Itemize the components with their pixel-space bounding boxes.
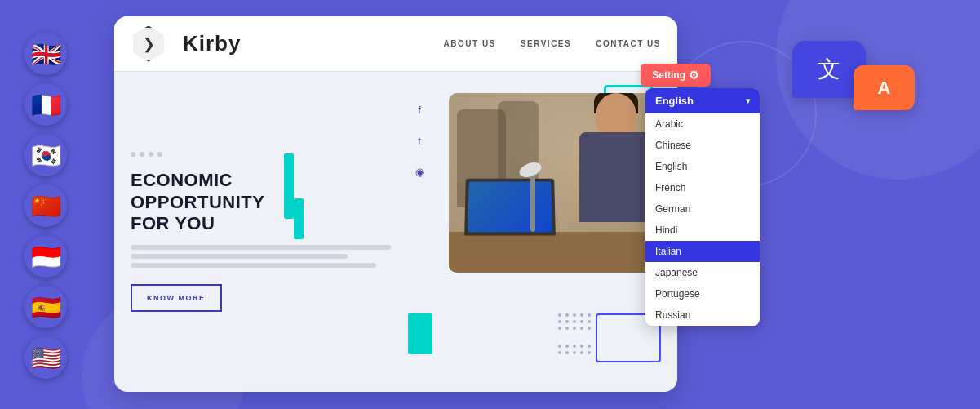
dot-grid-1 [558, 313, 592, 330]
hero-image-area [432, 85, 661, 379]
lang-russian[interactable]: Russian [645, 305, 760, 326]
dropdown-selected[interactable]: English ▾ [645, 88, 760, 113]
dot-3 [149, 152, 153, 157]
card-hero: ECONOMIC OPPORTUNITY FOR YOU KNOW MORE f… [114, 72, 677, 392]
nav-links: ABOUT US SERVICES CONTACT US [444, 39, 661, 48]
logo-hex: ❯ [131, 26, 166, 62]
indonesia-flag[interactable]: 🇮🇩 [24, 235, 67, 278]
laptop-screen [468, 182, 552, 233]
nav-services[interactable]: SERVICES [521, 39, 571, 48]
hero-photo [449, 93, 661, 273]
twitter-icon[interactable]: t [411, 132, 428, 149]
instagram-icon[interactable]: ◉ [411, 163, 428, 180]
selected-language: English [655, 95, 694, 107]
setting-label: Setting [652, 69, 685, 81]
lang-english[interactable]: English [645, 156, 760, 177]
desk [449, 232, 661, 273]
hero-title: ECONOMIC OPPORTUNITY FOR YOU [131, 170, 419, 234]
lang-japanese[interactable]: Japanese [645, 262, 760, 283]
language-dropdown[interactable]: English ▾ Arabic Chinese English French … [645, 88, 760, 326]
lang-portugese[interactable]: Portugese [645, 283, 760, 305]
social-icons: f t ◉ [411, 101, 428, 180]
france-flag[interactable]: 🇫🇷 [24, 83, 67, 126]
lang-chinese[interactable]: Chinese [645, 135, 760, 156]
logo-chevron-icon: ❯ [143, 35, 155, 53]
zh-icon: 文 [818, 54, 840, 85]
know-more-button[interactable]: KNOW MORE [131, 284, 222, 312]
text-line-2 [131, 254, 348, 259]
card-navbar: ❯ Kirby ABOUT US SERVICES CONTACT US [114, 16, 677, 72]
hero-pagination-dots [131, 152, 419, 157]
usa-flag[interactable]: 🇺🇸 [24, 336, 67, 379]
nav-about[interactable]: ABOUT US [444, 39, 496, 48]
china-flag[interactable]: 🇨🇳 [24, 184, 67, 227]
lang-italian[interactable]: Italian [645, 241, 760, 262]
dot-1 [131, 152, 135, 157]
lang-hindi[interactable]: Hindi [645, 220, 760, 241]
gear-icon: ⚙ [689, 69, 699, 82]
text-line-3 [131, 263, 376, 268]
dropdown-arrow-icon: ▾ [746, 96, 750, 105]
spain-flag[interactable]: 🇪🇸 [24, 286, 67, 328]
logo-text: Kirby [183, 31, 241, 56]
dot-grid-2 [558, 345, 592, 354]
website-mockup: ❯ Kirby ABOUT US SERVICES CONTACT US ECO… [114, 16, 677, 392]
person-body [579, 132, 653, 222]
person-head [596, 93, 636, 138]
setting-button[interactable]: Setting ⚙ [641, 64, 711, 87]
dot-4 [157, 152, 162, 157]
uk-flag[interactable]: 🇬🇧 [24, 33, 67, 75]
flags-column: 🇬🇧 🇫🇷 🇰🇷 🇨🇳 🇮🇩 🇪🇸 🇺🇸 [24, 33, 67, 379]
nav-contact[interactable]: CONTACT US [596, 39, 661, 48]
lang-arabic[interactable]: Arabic [645, 113, 760, 135]
facebook-icon[interactable]: f [411, 101, 428, 118]
laptop [464, 179, 556, 236]
translate-bubble-en: A [854, 65, 915, 110]
lang-french[interactable]: French [645, 177, 760, 198]
hero-text-lines [131, 245, 419, 268]
lamp-stand [530, 175, 535, 232]
hero-left: ECONOMIC OPPORTUNITY FOR YOU KNOW MORE f… [131, 85, 419, 379]
teal-accent-bottom [408, 313, 432, 354]
office-background [449, 93, 661, 273]
text-line-1 [131, 245, 391, 250]
dot-2 [140, 152, 144, 157]
en-icon: A [878, 78, 891, 99]
lang-german[interactable]: German [645, 198, 760, 220]
korea-flag[interactable]: 🇰🇷 [24, 134, 67, 176]
